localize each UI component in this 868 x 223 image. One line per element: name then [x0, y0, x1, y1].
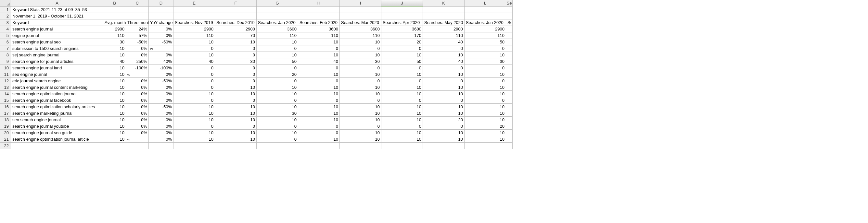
cell-empty[interactable]: [506, 129, 513, 136]
row-header-13[interactable]: 13: [0, 84, 11, 91]
data-cell[interactable]: 0%: [149, 123, 174, 129]
cell-empty[interactable]: [506, 91, 513, 97]
data-cell[interactable]: 110: [103, 32, 126, 39]
data-cell[interactable]: 0%: [149, 117, 174, 123]
data-cell[interactable]: 10: [423, 104, 465, 110]
cell-empty[interactable]: [126, 6, 149, 13]
data-cell[interactable]: 10: [381, 71, 423, 78]
data-cell[interactable]: 40: [174, 58, 215, 65]
column-header-D[interactable]: D: [149, 0, 174, 6]
select-all-corner[interactable]: [0, 0, 11, 6]
data-cell[interactable]: 57%: [126, 32, 149, 39]
row-header-18[interactable]: 18: [0, 117, 11, 123]
cell-empty[interactable]: [506, 143, 513, 149]
data-cell[interactable]: 0%: [149, 91, 174, 97]
cell-empty[interactable]: [215, 6, 257, 13]
data-cell[interactable]: 0: [257, 123, 298, 129]
data-cell[interactable]: search engine journal facebook: [11, 97, 103, 104]
data-cell[interactable]: 0: [174, 123, 215, 129]
data-cell[interactable]: seo search engine journal: [11, 117, 103, 123]
cell-empty[interactable]: [149, 143, 174, 149]
column-header-H[interactable]: H: [298, 0, 340, 6]
row-header-7[interactable]: 7: [0, 45, 11, 52]
row-header-8[interactable]: 8: [0, 52, 11, 58]
cell-empty[interactable]: [257, 6, 298, 13]
data-cell[interactable]: 10: [174, 136, 215, 143]
row-header-4[interactable]: 4: [0, 26, 11, 32]
data-cell[interactable]: 0: [215, 52, 257, 58]
spreadsheet-grid[interactable]: ABCDEFGHIJKLSe1Keyword Stats 2021-11-23 …: [0, 0, 868, 149]
data-cell[interactable]: 0%: [149, 129, 174, 136]
data-cell[interactable]: 3600: [298, 26, 340, 32]
data-cell[interactable]: 10: [257, 91, 298, 97]
header-cell-K[interactable]: Searches: May 2020: [423, 20, 465, 26]
data-cell[interactable]: 10: [103, 104, 126, 110]
data-cell[interactable]: 10: [215, 136, 257, 143]
data-cell[interactable]: search engine journal content marketing: [11, 84, 103, 91]
cell-empty[interactable]: [506, 117, 513, 123]
data-cell[interactable]: 10: [465, 117, 506, 123]
data-cell[interactable]: seo engine journal: [11, 71, 103, 78]
data-cell[interactable]: 110: [298, 32, 340, 39]
data-cell[interactable]: 0: [381, 78, 423, 84]
data-cell[interactable]: 110: [174, 32, 215, 39]
data-cell[interactable]: 3600: [257, 26, 298, 32]
data-cell[interactable]: 10: [257, 52, 298, 58]
data-cell[interactable]: ∞: [126, 71, 149, 78]
row-header-17[interactable]: 17: [0, 110, 11, 117]
data-cell[interactable]: 10: [381, 84, 423, 91]
data-cell[interactable]: search engine marketing journal: [11, 110, 103, 117]
data-cell[interactable]: 10: [103, 129, 126, 136]
cell-empty[interactable]: [381, 6, 423, 13]
data-cell[interactable]: 0%: [126, 45, 149, 52]
data-cell[interactable]: 40: [298, 58, 340, 65]
cell-empty[interactable]: [506, 26, 513, 32]
data-cell[interactable]: 0: [215, 78, 257, 84]
data-cell[interactable]: 250%: [126, 58, 149, 65]
row-header-2[interactable]: 2: [0, 13, 11, 20]
data-cell[interactable]: engine journal: [11, 32, 103, 39]
column-header-I[interactable]: I: [340, 0, 381, 6]
data-cell[interactable]: 10: [103, 71, 126, 78]
header-cell-partial[interactable]: Se: [506, 20, 513, 26]
data-cell[interactable]: eric journal search engine: [11, 78, 103, 84]
data-cell[interactable]: 10: [298, 71, 340, 78]
cell-empty[interactable]: [381, 13, 423, 20]
data-cell[interactable]: 10: [340, 110, 381, 117]
data-cell[interactable]: 0: [298, 78, 340, 84]
data-cell[interactable]: 3600: [381, 26, 423, 32]
data-cell[interactable]: 10: [257, 129, 298, 136]
data-cell[interactable]: 10: [215, 117, 257, 123]
data-cell[interactable]: 10: [465, 52, 506, 58]
data-cell[interactable]: 10: [103, 123, 126, 129]
data-cell[interactable]: 10: [174, 117, 215, 123]
data-cell[interactable]: 0: [257, 97, 298, 104]
data-cell[interactable]: 2900: [174, 26, 215, 32]
data-cell[interactable]: 0: [174, 65, 215, 71]
data-cell[interactable]: 0: [423, 65, 465, 71]
data-cell[interactable]: 10: [381, 136, 423, 143]
data-cell[interactable]: 0: [174, 97, 215, 104]
data-cell[interactable]: 40%: [149, 58, 174, 65]
cell-empty[interactable]: [149, 13, 174, 20]
data-cell[interactable]: 3600: [340, 26, 381, 32]
cell-empty[interactable]: [126, 13, 149, 20]
data-cell[interactable]: 10: [381, 129, 423, 136]
row-header-10[interactable]: 10: [0, 65, 11, 71]
data-cell[interactable]: 10: [298, 136, 340, 143]
data-cell[interactable]: 70: [215, 32, 257, 39]
cell-empty[interactable]: [257, 13, 298, 20]
data-cell[interactable]: submission to 1500 search engines: [11, 45, 103, 52]
data-cell[interactable]: 0: [215, 71, 257, 78]
data-cell[interactable]: 0%: [126, 129, 149, 136]
cell-empty[interactable]: [257, 143, 298, 149]
data-cell[interactable]: 10: [465, 91, 506, 97]
data-cell[interactable]: 0: [465, 65, 506, 71]
cell-empty[interactable]: [103, 13, 126, 20]
data-cell[interactable]: search engine for journal articles: [11, 58, 103, 65]
data-cell[interactable]: ∞: [149, 45, 174, 52]
cell-empty[interactable]: [506, 71, 513, 78]
data-cell[interactable]: 0: [340, 123, 381, 129]
data-cell[interactable]: 10: [340, 129, 381, 136]
data-cell[interactable]: search engine optimization scholarly art…: [11, 104, 103, 110]
